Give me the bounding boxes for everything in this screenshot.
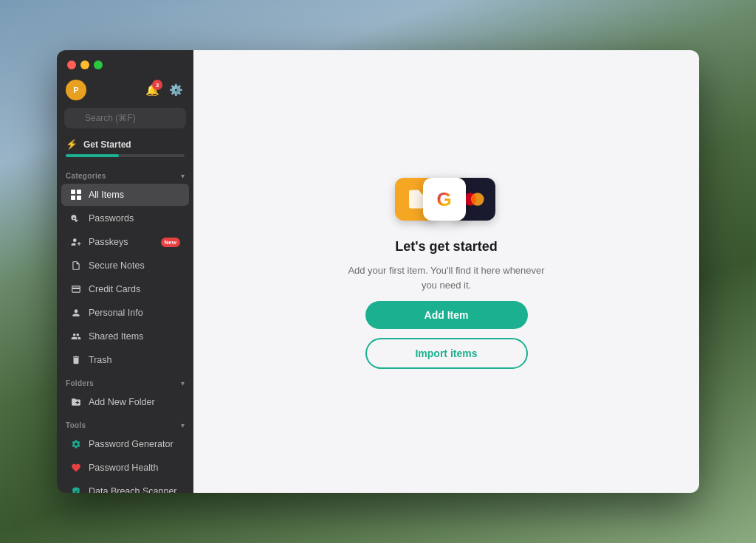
svg-rect-1 (77, 190, 81, 194)
categories-chevron-icon[interactable]: ▾ (181, 172, 185, 180)
credit-cards-label: Credit Cards (89, 284, 180, 294)
new-badge: New (161, 238, 180, 247)
folders-chevron-icon[interactable]: ▾ (181, 379, 185, 387)
notification-button[interactable]: 🔔 3 (143, 81, 161, 99)
sidebar-item-password-generator[interactable]: Password Generator (61, 433, 189, 455)
sidebar-item-passwords[interactable]: Passwords (61, 207, 189, 229)
svg-rect-2 (71, 196, 75, 200)
note-icon (70, 260, 82, 272)
person-icon (70, 307, 82, 319)
share-icon (70, 331, 82, 342)
minimize-button[interactable] (80, 60, 89, 69)
key-icon (70, 212, 82, 224)
password-generator-label: Password Generator (89, 439, 180, 449)
sidebar-item-credit-cards[interactable]: Credit Cards (61, 278, 189, 300)
categories-label: Categories (66, 172, 106, 180)
traffic-lights (57, 50, 193, 77)
add-folder-item[interactable]: Add New Folder (61, 391, 189, 413)
icon-trio: G (395, 174, 498, 224)
search-wrapper: 🔍 (64, 108, 186, 128)
shared-items-label: Shared Items (89, 331, 180, 342)
password-health-label: Password Health (89, 463, 180, 473)
sidebar-item-data-breach[interactable]: Data Breach Scanner (61, 480, 189, 493)
data-breach-label: Data Breach Scanner (89, 486, 180, 493)
sidebar-item-personal-info[interactable]: Personal Info (61, 302, 189, 324)
trash-icon (70, 354, 82, 366)
sidebar: P 🔔 3 ⚙️ 🔍 ⚡ Get Started (57, 50, 193, 493)
sidebar-item-passkeys[interactable]: Passkeys New (61, 231, 189, 253)
app-window: P 🔔 3 ⚙️ 🔍 ⚡ Get Started (57, 50, 699, 493)
import-items-button[interactable]: Import items (365, 338, 528, 369)
svg-point-4 (73, 238, 77, 242)
search-input[interactable] (64, 108, 186, 128)
avatar[interactable]: P (66, 80, 86, 100)
progress-bar-fill (66, 154, 119, 157)
passwords-label: Passwords (89, 213, 180, 224)
tools-label: Tools (66, 421, 86, 429)
add-item-button[interactable]: Add Item (365, 301, 528, 329)
google-icon-card: G (423, 178, 466, 221)
notification-badge: 3 (152, 80, 162, 90)
main-content: G Let's get started Add your first item.… (193, 50, 699, 493)
shield-icon (70, 485, 82, 493)
close-button[interactable] (67, 60, 76, 69)
folders-section-header: Folders ▾ (57, 372, 193, 390)
secure-notes-label: Secure Notes (89, 260, 180, 271)
sidebar-item-trash[interactable]: Trash (61, 349, 189, 371)
welcome-title: Let's get started (395, 239, 497, 255)
welcome-subtitle: Add your first item. You'll find it here… (343, 263, 550, 292)
personal-info-label: Personal Info (89, 308, 180, 318)
progress-bar-background (66, 154, 185, 157)
sidebar-item-shared[interactable]: Shared Items (61, 325, 189, 347)
passkeys-label: Passkeys (89, 237, 154, 247)
folders-label: Folders (66, 379, 94, 387)
sidebar-item-secure-notes[interactable]: Secure Notes (61, 255, 189, 277)
card-icon (70, 283, 82, 295)
gear-tool-icon (70, 438, 82, 450)
tools-chevron-icon[interactable]: ▾ (181, 421, 185, 429)
heart-icon (70, 462, 82, 474)
categories-section-header: Categories ▾ (57, 165, 193, 183)
folder-add-icon (70, 396, 82, 408)
add-folder-label: Add New Folder (89, 397, 180, 407)
get-started-label: Get Started (83, 139, 131, 150)
bolt-icon: ⚡ (66, 139, 78, 150)
grid-icon (70, 189, 82, 201)
sidebar-item-password-health[interactable]: Password Health (61, 457, 189, 479)
svg-rect-3 (77, 196, 81, 200)
sidebar-header: P 🔔 3 ⚙️ (57, 77, 193, 108)
get-started-row[interactable]: ⚡ Get Started (66, 139, 185, 150)
trash-label: Trash (89, 355, 180, 365)
all-items-label: All Items (89, 190, 180, 200)
passkey-icon (70, 236, 82, 248)
maximize-button[interactable] (94, 60, 103, 69)
settings-button[interactable]: ⚙️ (167, 81, 185, 99)
welcome-container: G Let's get started Add your first item.… (343, 174, 550, 369)
search-container: 🔍 (57, 108, 193, 136)
svg-rect-0 (71, 190, 75, 194)
tools-section-header: Tools ▾ (57, 414, 193, 432)
get-started-section: ⚡ Get Started (57, 136, 193, 165)
sidebar-item-all-items[interactable]: All Items (61, 184, 189, 206)
